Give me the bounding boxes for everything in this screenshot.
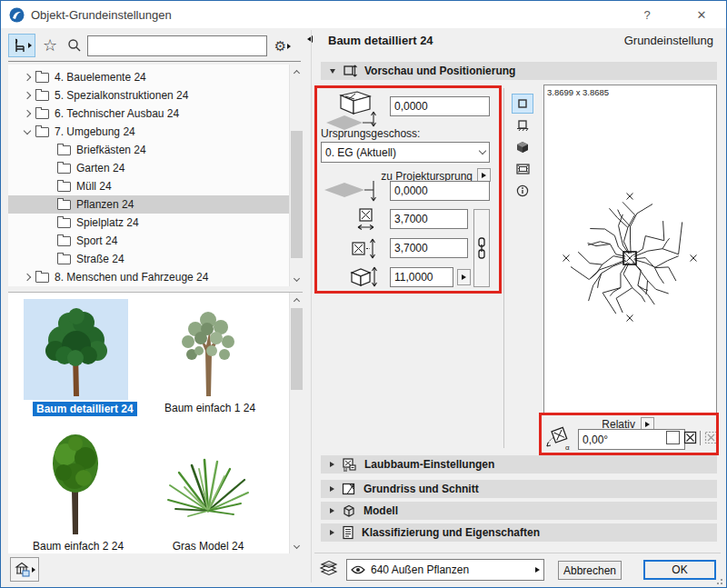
section-collapsed-icon [330, 462, 334, 467]
chevron-right-icon[interactable] [24, 74, 31, 81]
tree-item[interactable]: Garten 24 [8, 159, 289, 177]
2d-symbol-icon [517, 98, 528, 109]
preview-elevation-button[interactable] [512, 115, 533, 135]
flyout-arrow-icon [462, 274, 466, 280]
search-input[interactable] [87, 35, 267, 56]
section-label: Modell [364, 504, 398, 517]
object-type-button[interactable] [8, 34, 35, 57]
chevron-down-icon[interactable] [24, 126, 31, 134]
chevron-right-icon[interactable] [24, 92, 31, 99]
floorplan-section-icon [342, 482, 356, 496]
model-cube-icon [342, 503, 356, 518]
library-manager-button[interactable] [10, 557, 39, 582]
tree-item-label: 5. Spezialkonstruktionen 24 [55, 89, 188, 102]
section-header-klassifizierung[interactable]: Klassifizierung und Eigenschaften [321, 523, 717, 542]
layer-select[interactable]: 640 Außen Pflanzen [346, 559, 544, 581]
size-x-field[interactable] [390, 209, 468, 229]
search-button[interactable] [65, 35, 85, 55]
tree-item-label: Spielplatz 24 [76, 216, 139, 229]
title-bar: Objekt-Grundeinstellungen ? ✕ [1, 1, 726, 28]
cancel-button[interactable]: Abbrechen [558, 561, 622, 580]
chevron-right-icon[interactable] [24, 274, 31, 281]
search-icon [67, 38, 82, 53]
tree-item-label: 8. Menschen und Fahrzeuge 24 [55, 271, 208, 284]
collapse-panel-arrow[interactable] [307, 35, 313, 43]
thumbnail-baum-einfach-2[interactable] [24, 427, 128, 538]
tree-item[interactable]: 7. Umgebung 24 [8, 123, 289, 141]
section-header-modell[interactable]: Modell [321, 502, 717, 520]
tree-item[interactable]: Müll 24 [8, 177, 289, 195]
section-header-preview-positioning[interactable]: Vorschau und Positionierung [321, 62, 717, 80]
panel-splitter[interactable] [311, 30, 312, 583]
elevation-to-story-field[interactable] [390, 96, 490, 116]
chevron-right-icon[interactable] [24, 110, 31, 117]
preview-3d-button[interactable] [512, 137, 533, 157]
hotspot-toggle-icon[interactable] [683, 431, 697, 444]
tree-item[interactable]: 5. Spezialkonstruktionen 24 [8, 86, 289, 105]
tree-item[interactable]: 4. Bauelemente 24 [8, 68, 289, 86]
scrollbar-thumb[interactable] [291, 308, 303, 390]
folder-icon [35, 73, 49, 83]
dialog-title: Objekt-Grundeinstellungen [31, 8, 172, 22]
size-y-field[interactable] [390, 238, 468, 258]
hotspot-ghost-toggle-icon[interactable] [704, 431, 718, 444]
thumbnail-gras-model[interactable] [155, 427, 260, 538]
resize-grip[interactable] [714, 576, 723, 585]
thumbnail-label[interactable]: Baum einfach 1 24 [164, 402, 252, 414]
settings-menu-button[interactable]: ⚙ [270, 35, 295, 57]
close-button[interactable]: ✕ [688, 4, 715, 25]
tree-item[interactable]: 8. Menschen und Fahrzeuge 24 [8, 268, 289, 286]
thumbnail-baum-detailliert[interactable] [24, 299, 128, 400]
object-preview[interactable]: 3.8699 x 3.8685 [543, 85, 717, 414]
to-project-origin-menu-button[interactable] [477, 168, 491, 182]
scrollbar-thumb[interactable] [291, 131, 303, 258]
preview-info-button[interactable] [512, 181, 533, 201]
thumbnail-label[interactable]: Gras Model 24 [164, 540, 252, 553]
proportional-link-button[interactable] [473, 209, 490, 287]
preview-dimensions: 3.8699 x 3.8685 [547, 87, 609, 97]
thumbnail-baum-einfach-1[interactable] [155, 299, 260, 400]
flyout-arrow-icon [28, 43, 32, 48]
scroll-up-button[interactable] [290, 65, 303, 78]
size-z-field[interactable] [390, 267, 453, 287]
thumbnail-label[interactable]: Baum einfach 2 24 [33, 540, 120, 553]
grass-image [161, 433, 255, 538]
tree-item[interactable]: Straße 24 [8, 250, 289, 268]
section-header-grundriss[interactable]: Grundriss und Schnitt [321, 480, 717, 498]
help-button[interactable]: ? [633, 4, 661, 25]
section-header-laubbaum[interactable]: Laubbaum-Einstellungen [321, 455, 717, 473]
tree-item-label: Sport 24 [76, 234, 117, 247]
scroll-down-button[interactable] [290, 273, 303, 286]
preview-2d-symbol-button[interactable] [512, 94, 533, 114]
section-expanded-icon [330, 69, 335, 74]
thumbnail-label-selected[interactable]: Baum detailliert 24 [33, 402, 137, 416]
chair-icon [13, 38, 26, 53]
folder-icon [35, 127, 49, 137]
origin-story-select[interactable]: 0. EG (Aktuell) [321, 142, 490, 163]
size-z-icon [350, 265, 381, 289]
gear-icon: ⚙ [274, 38, 286, 55]
preview-animation-button[interactable] [512, 159, 533, 179]
size-z-menu-button[interactable] [457, 269, 471, 285]
tree-item-label: Garten 24 [76, 162, 124, 174]
tree-item[interactable]: Spielplatz 24 [8, 214, 289, 232]
elevation-to-origin-field[interactable] [390, 181, 490, 201]
folder-icon [57, 236, 71, 246]
mirror-checkbox[interactable] [666, 431, 680, 444]
thumbnail-scrollbar[interactable] [289, 293, 303, 553]
scroll-up-button[interactable] [290, 293, 303, 306]
origin-story-label: Ursprungsgeschoss: [321, 127, 420, 140]
scroll-down-button[interactable] [290, 540, 303, 553]
tree-item[interactable]: Briefkästen 24 [8, 141, 289, 159]
tree-item[interactable]: 6. Technischer Ausbau 24 [8, 105, 289, 123]
tree-scrollbar[interactable] [289, 65, 303, 286]
tree-item-label: Pflanzen 24 [76, 198, 134, 211]
tree-item-label: 4. Bauelemente 24 [55, 71, 146, 84]
3d-view-icon [516, 141, 529, 154]
size-x-icon [355, 208, 377, 232]
tree-item[interactable]: Sport 24 [8, 232, 289, 250]
tree-item-label: 6. Technischer Ausbau 24 [55, 107, 179, 120]
tree-item-selected[interactable]: Pflanzen 24 [8, 195, 289, 214]
ok-button[interactable]: OK [643, 560, 716, 580]
favorites-button[interactable]: ☆ [39, 35, 61, 56]
